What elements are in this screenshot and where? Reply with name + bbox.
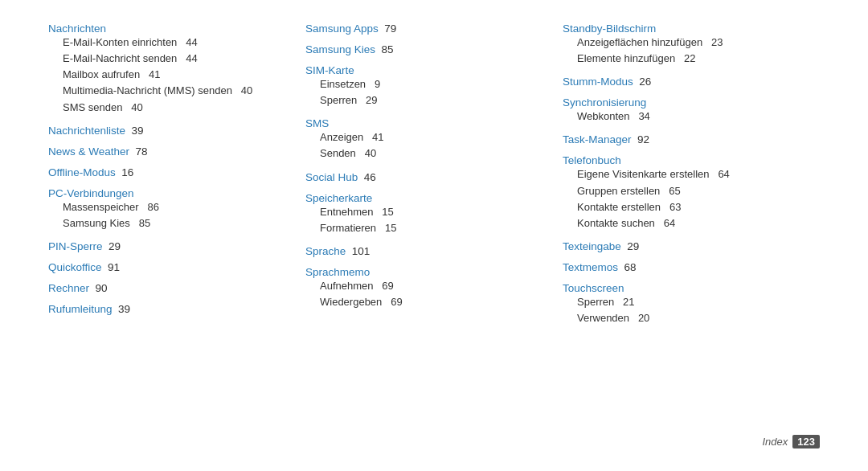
entry-heading: Nachrichtenliste bbox=[48, 125, 125, 137]
index-entry: Task-Manager 92 bbox=[563, 133, 804, 145]
index-columns: NachrichtenE-Mail-Konten einrichten 44E-… bbox=[48, 23, 820, 427]
entry-heading: Samsung Kies bbox=[305, 43, 375, 55]
footer-page: 123 bbox=[792, 435, 820, 448]
column-2: Samsung Apps 79Samsung Kies 85SIM-KarteE… bbox=[305, 23, 563, 427]
index-entry: Stumm-Modus 26 bbox=[563, 76, 804, 88]
entry-heading: Rechner bbox=[48, 282, 89, 294]
index-entry: SpeicherkarteEntnehmen 15Formatieren 15 bbox=[305, 192, 547, 236]
index-entry: Samsung Kies 85 bbox=[305, 43, 547, 55]
entry-heading: PIN-Sperre bbox=[48, 240, 103, 252]
sub-entry: Massenspeicher 86 bbox=[48, 199, 289, 215]
index-entry: PIN-Sperre 29 bbox=[48, 240, 289, 252]
entry-heading: Task-Manager bbox=[563, 133, 632, 145]
entry-num: 26 bbox=[639, 76, 651, 88]
entry-heading: Telefonbuch bbox=[563, 154, 621, 166]
entry-heading: Touchscreen bbox=[563, 282, 624, 294]
index-entry: PC-VerbindungenMassenspeicher 86Samsung … bbox=[48, 187, 289, 231]
entry-num: 29 bbox=[108, 240, 121, 252]
index-entry: Social Hub 46 bbox=[305, 171, 547, 183]
index-entry: Textmemos 68 bbox=[563, 261, 804, 273]
entry-num: 39 bbox=[132, 125, 144, 137]
sub-entry: SMS senden 40 bbox=[48, 100, 289, 116]
column-3: Standby-BildschirmAnzeigeflächen hinzufü… bbox=[563, 23, 820, 427]
entry-heading: Samsung Apps bbox=[305, 23, 379, 35]
entry-heading: Quickoffice bbox=[48, 261, 102, 273]
entry-num: 90 bbox=[96, 282, 108, 294]
index-entry: Offline-Modus 16 bbox=[48, 166, 289, 178]
sub-entry: E-Mail-Konten einrichten 44 bbox=[48, 35, 289, 51]
entry-num: 91 bbox=[108, 261, 120, 273]
sub-entry: Sperren 21 bbox=[563, 294, 804, 310]
sub-entry: Multimedia-Nachricht (MMS) senden 40 bbox=[48, 83, 289, 99]
index-entry: Sprache 101 bbox=[305, 245, 547, 257]
entry-num: 68 bbox=[624, 261, 637, 273]
sub-entry: Verwenden 20 bbox=[563, 310, 804, 326]
entry-num: 16 bbox=[121, 166, 133, 178]
index-entry: News & Weather 78 bbox=[48, 145, 289, 158]
sub-entry: E-Mail-Nachricht senden 44 bbox=[48, 51, 289, 67]
entry-heading: Rufumleitung bbox=[48, 303, 113, 315]
entry-heading: Stumm-Modus bbox=[563, 76, 633, 88]
entry-num: 78 bbox=[136, 145, 148, 158]
sub-entry: Senden 40 bbox=[305, 145, 547, 162]
entry-heading: SMS bbox=[305, 117, 329, 129]
sub-entry: Formatieren 15 bbox=[305, 220, 547, 236]
entry-heading: SIM-Karte bbox=[305, 64, 354, 76]
entry-num: 29 bbox=[627, 240, 639, 252]
entry-num: 46 bbox=[364, 171, 376, 183]
index-entry: Rechner 90 bbox=[48, 282, 289, 294]
index-entry: Quickoffice 91 bbox=[48, 261, 289, 273]
index-entry: Nachrichtenliste 39 bbox=[48, 125, 289, 137]
entry-num: 92 bbox=[637, 133, 649, 145]
sub-entry: Sperren 29 bbox=[305, 92, 547, 109]
index-entry: SynchronisierungWebkonten 34 bbox=[563, 96, 804, 125]
index-entry: SMSAnzeigen 41Senden 40 bbox=[305, 117, 547, 162]
index-entry: SIM-KarteEinsetzen 9Sperren 29 bbox=[305, 64, 547, 109]
entry-num: 39 bbox=[118, 303, 130, 315]
entry-heading: Sprache bbox=[305, 245, 346, 257]
entry-heading: PC-Verbindungen bbox=[48, 187, 134, 199]
entry-heading: Nachrichten bbox=[48, 23, 106, 35]
sub-entry: Gruppen erstellen 65 bbox=[563, 183, 804, 199]
sub-entry: Webkonten 34 bbox=[563, 109, 804, 125]
sub-entry: Aufnehmen 69 bbox=[305, 278, 547, 294]
index-entry: Samsung Apps 79 bbox=[305, 23, 547, 35]
sub-entry: Entnehmen 15 bbox=[305, 204, 547, 220]
entry-heading: Offline-Modus bbox=[48, 166, 116, 178]
footer-label: Index bbox=[762, 436, 788, 448]
index-entry: SprachmemoAufnehmen 69Wiedergeben 69 bbox=[305, 266, 547, 310]
index-entry: Rufumleitung 39 bbox=[48, 303, 289, 315]
entry-heading: Textmemos bbox=[563, 261, 618, 273]
sub-entry: Samsung Kies 85 bbox=[48, 215, 289, 231]
sub-entry: Anzeigeflächen hinzufügen 23 bbox=[563, 35, 804, 51]
page: NachrichtenE-Mail-Konten einrichten 44E-… bbox=[0, 0, 868, 471]
index-entry: Standby-BildschirmAnzeigeflächen hinzufü… bbox=[563, 23, 804, 67]
entry-heading: News & Weather bbox=[48, 145, 129, 158]
entry-heading: Speicherkarte bbox=[305, 192, 372, 204]
entry-heading: Social Hub bbox=[305, 171, 358, 183]
sub-entry: Einsetzen 9 bbox=[305, 76, 547, 92]
sub-entry: Anzeigen 41 bbox=[305, 129, 547, 145]
column-1: NachrichtenE-Mail-Konten einrichten 44E-… bbox=[48, 23, 305, 427]
index-entry: Texteingabe 29 bbox=[563, 240, 804, 252]
entry-num: 85 bbox=[382, 43, 394, 55]
entry-num: 101 bbox=[352, 245, 371, 257]
sub-entry: Wiedergeben 69 bbox=[305, 294, 547, 310]
sub-entry: Elemente hinzufügen 22 bbox=[563, 51, 804, 67]
sub-entry: Mailbox aufrufen 41 bbox=[48, 67, 289, 83]
entry-heading: Standby-Bildschirm bbox=[563, 23, 656, 35]
index-entry: TouchscreenSperren 21Verwenden 20 bbox=[563, 282, 804, 326]
entry-num: 79 bbox=[384, 23, 396, 35]
footer: Index 123 bbox=[48, 427, 820, 448]
index-entry: NachrichtenE-Mail-Konten einrichten 44E-… bbox=[48, 23, 289, 116]
index-entry: TelefonbuchEigene Visitenkarte erstellen… bbox=[563, 154, 804, 231]
entry-heading: Texteingabe bbox=[563, 240, 621, 252]
sub-entry: Eigene Visitenkarte erstellen 64 bbox=[563, 166, 804, 182]
sub-entry: Kontakte erstellen 63 bbox=[563, 199, 804, 215]
entry-heading: Synchronisierung bbox=[563, 96, 646, 109]
sub-entry: Kontakte suchen 64 bbox=[563, 215, 804, 231]
entry-heading: Sprachmemo bbox=[305, 266, 370, 278]
